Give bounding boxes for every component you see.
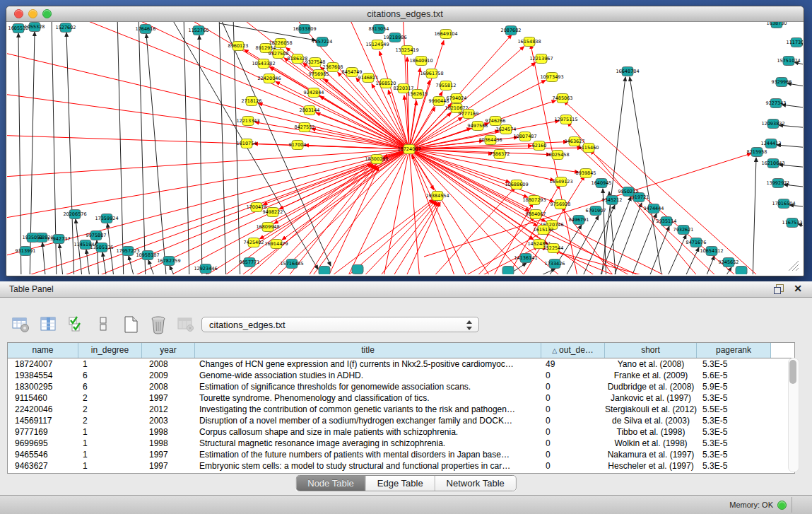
graph-node[interactable] xyxy=(352,265,363,274)
minimize-window-button[interactable] xyxy=(28,9,37,18)
column-header-year[interactable]: year xyxy=(142,343,195,358)
graph-node[interactable]: 12213967 xyxy=(529,54,553,64)
graph-node[interactable]: 9313991 xyxy=(16,247,36,256)
graph-node[interactable]: 19218986 xyxy=(383,33,406,42)
graph-node[interactable]: 16210643 xyxy=(761,159,784,168)
graph-node[interactable]: 1152760 xyxy=(189,26,209,35)
graph-node[interactable]: 7857224 xyxy=(312,37,333,47)
graph-node[interactable]: 917004 xyxy=(289,141,307,150)
graph-node[interactable]: 16809948 xyxy=(256,223,279,232)
graph-node[interactable]: 16549123 xyxy=(549,177,572,187)
graph-node[interactable]: 9329966 xyxy=(772,78,792,87)
graph-node[interactable]: 17359924 xyxy=(95,214,118,223)
graph-node[interactable]: 10654112 xyxy=(700,247,723,256)
graph-node[interactable]: 7386372 xyxy=(490,150,510,159)
graph-node[interactable]: 2367608 xyxy=(323,63,343,72)
delete-table-icon[interactable] xyxy=(175,314,196,335)
graph-node[interactable]: 6794024 xyxy=(447,94,467,103)
table-row[interactable]: 946554611997Estimation of the future num… xyxy=(8,449,794,460)
node-table[interactable]: namein_degreeyeartitle△out_de…shortpager… xyxy=(7,342,795,474)
column-header-title[interactable]: title xyxy=(195,343,541,358)
graph-node[interactable]: 2935114 xyxy=(657,217,677,226)
graph-node[interactable]: 17016504 xyxy=(772,199,795,209)
graph-node[interactable]: 7932621 xyxy=(673,226,694,235)
graph-node[interactable]: 6791907 xyxy=(586,206,606,216)
table-row[interactable]: 2242004622012Investigating the contribut… xyxy=(8,404,794,415)
graph-node[interactable]: 9756985 xyxy=(309,70,329,79)
table-row[interactable]: 1456911722003Disruption of a novel membe… xyxy=(8,415,794,426)
graph-node[interactable]: 15716485 xyxy=(280,259,303,269)
graph-node[interactable] xyxy=(319,267,330,275)
graph-node[interactable]: 12213343 xyxy=(236,117,259,126)
window-titlebar[interactable]: citations_edges.txt xyxy=(6,6,804,22)
table-row[interactable]: 946362711997Embryonic stem cells: a mode… xyxy=(8,460,794,472)
graph-node[interactable]: 13325419 xyxy=(395,46,418,55)
close-panel-icon[interactable]: ✕ xyxy=(794,283,802,294)
column-header-out_de[interactable]: △out_de… xyxy=(541,343,605,358)
graph-node[interactable]: 13942737 xyxy=(47,235,70,244)
graph-node[interactable]: 8215958 xyxy=(747,148,767,157)
graph-node[interactable]: 10025458 xyxy=(546,151,569,160)
graph-node[interactable] xyxy=(736,267,747,275)
graph-node[interactable]: 1764616 xyxy=(136,25,156,34)
scrollbar-thumb[interactable] xyxy=(789,360,796,384)
graph-node[interactable]: 16033809 xyxy=(293,25,316,34)
graph-node[interactable]: 16782759 xyxy=(157,257,180,266)
graph-node[interactable]: 16649104 xyxy=(434,30,457,39)
graph-node[interactable]: 8496791 xyxy=(569,216,589,225)
graph-node[interactable]: 20206576 xyxy=(63,210,86,219)
tab-node-table[interactable]: Node Table xyxy=(296,476,366,491)
graph-node[interactable]: 1640945 xyxy=(592,179,612,188)
graph-node[interactable]: 1615132 xyxy=(534,226,554,235)
graph-node[interactable]: 8939845 xyxy=(576,169,596,178)
table-row[interactable]: 977716911998Corpus callosum shape and si… xyxy=(8,426,794,438)
network-canvas[interactable]: 1872400789601238912954182260581054338293… xyxy=(7,22,803,275)
graph-node[interactable]: 16154838 xyxy=(517,37,541,47)
graph-node[interactable]: 3624574 xyxy=(496,125,517,134)
graph-node[interactable]: 10807487 xyxy=(513,132,536,141)
graph-node[interactable]: 8471676 xyxy=(686,238,707,247)
citation-network-graph[interactable]: 1872400789601238912954182260581054338293… xyxy=(7,22,803,274)
graph-node[interactable]: 1810754 xyxy=(237,139,257,148)
resize-grip-icon[interactable] xyxy=(789,261,799,271)
table-body[interactable]: 1872400712008Changes of HCN gene express… xyxy=(8,358,794,472)
column-header-in_degree[interactable]: in_degree xyxy=(78,343,142,358)
graph-node[interactable]: 12975115 xyxy=(554,115,577,124)
graph-node[interactable]: 2803144 xyxy=(300,106,320,115)
table-selector-dropdown[interactable]: citations_edges.txt xyxy=(201,317,479,332)
graph-node[interactable]: 1117304 xyxy=(787,38,803,47)
graph-node[interactable]: 9327508 xyxy=(269,49,289,59)
show-columns-icon[interactable] xyxy=(37,314,59,335)
tab-network-table[interactable]: Network Table xyxy=(435,476,516,491)
table-mode-icon[interactable] xyxy=(10,314,31,335)
graph-node[interactable]: 1167533 xyxy=(782,218,803,228)
graph-node[interactable]: 9115460 xyxy=(579,144,599,153)
graph-node[interactable]: 13505135 xyxy=(90,243,113,252)
graph-node[interactable]: 9777169 xyxy=(459,110,479,119)
delete-column-icon[interactable] xyxy=(148,314,169,335)
graph-node[interactable]: 14136141 xyxy=(514,254,537,263)
graph-node[interactable]: 16961758 xyxy=(420,69,443,78)
graph-node[interactable]: 62160 xyxy=(532,141,547,151)
graph-node[interactable]: 12093832 xyxy=(761,119,784,129)
graph-node[interactable]: 10958187 xyxy=(136,251,159,260)
zoom-window-button[interactable] xyxy=(42,9,52,18)
new-column-icon[interactable] xyxy=(120,314,141,335)
graph-node[interactable]: 16914479 xyxy=(264,240,288,249)
graph-node[interactable]: 15124549 xyxy=(365,40,389,49)
graph-node[interactable]: 9345212 xyxy=(602,196,623,205)
table-row[interactable]: 969969511998Structural magnetic resonanc… xyxy=(8,438,794,449)
table-row[interactable]: 911546021997Tourette syndrome. Phenomeno… xyxy=(8,392,794,404)
select-all-icon[interactable] xyxy=(65,314,86,335)
graph-node[interactable]: 7485063 xyxy=(553,94,573,103)
graph-node[interactable]: 2522544 xyxy=(543,244,564,253)
table-row[interactable]: 1938455462009Genome-wide association stu… xyxy=(8,370,794,381)
column-header-short[interactable]: short xyxy=(605,343,697,358)
graph-node[interactable] xyxy=(502,267,514,275)
table-header-row[interactable]: namein_degreeyeartitle△out_de…shortpager… xyxy=(8,343,794,358)
graph-node[interactable]: 13992971 xyxy=(766,179,789,188)
graph-node[interactable]: 22420046 xyxy=(257,74,281,83)
graph-node[interactable]: 1527602 xyxy=(56,23,76,33)
graph-node[interactable]: 18807293 xyxy=(522,196,546,205)
close-window-button[interactable] xyxy=(14,9,23,18)
